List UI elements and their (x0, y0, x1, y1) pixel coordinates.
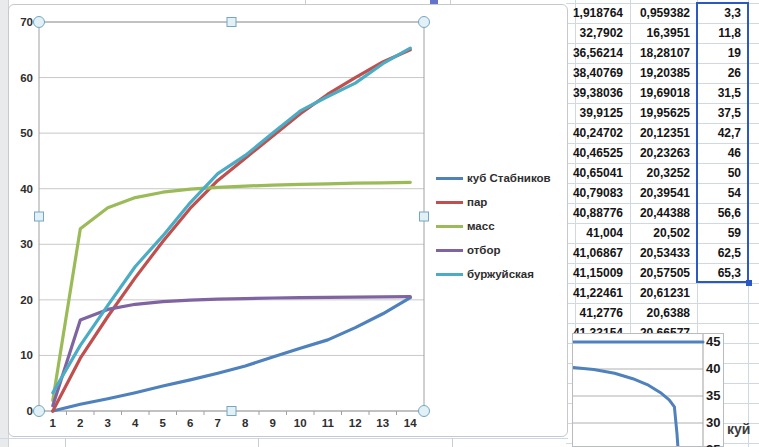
sheet-cell[interactable]: 19,69018 (630, 83, 694, 103)
x-axis-label: 13 (376, 417, 389, 429)
x-axis-label: 9 (270, 417, 276, 429)
secondary-y-axis-label: 35 (706, 388, 736, 403)
secondary-y-axis-label: 40 (706, 361, 736, 376)
series-line-3[interactable] (53, 297, 411, 406)
y-axis-label: 60 (20, 72, 33, 84)
sheet-cell[interactable]: 18,28107 (630, 43, 694, 63)
legend-swatch-icon (436, 249, 463, 252)
x-axis-label: 1 (50, 417, 57, 429)
column-gridline (258, 438, 259, 447)
secondary-chart[interactable] (572, 333, 724, 447)
sheet-cell[interactable]: 19,20385 (630, 63, 694, 83)
range-fill-handle[interactable] (746, 280, 752, 286)
x-axis-label: 4 (132, 417, 139, 429)
secondary-y-axis-label: 45 (706, 334, 736, 349)
x-axis-label: 11 (322, 417, 335, 429)
legend-label: куб Стабников (467, 172, 551, 184)
legend-swatch-icon (436, 273, 463, 276)
legend-label: пар (467, 196, 487, 208)
y-axis-label: 70 (20, 16, 33, 28)
x-axis-label: 10 (294, 417, 307, 429)
selection-edge-handle[interactable] (227, 18, 236, 27)
legend-swatch-icon (436, 201, 463, 204)
legend-item-mass[interactable]: масс (436, 214, 566, 238)
sheet-cell[interactable]: 16,3951 (630, 23, 694, 43)
x-axis-label: 6 (187, 417, 193, 429)
sheet-cell[interactable]: 20,502 (630, 223, 694, 243)
clipped-legend-fragment: куй (727, 421, 750, 437)
sheet-cell[interactable]: 20,57505 (630, 263, 694, 283)
series-line-0[interactable] (53, 298, 411, 411)
y-axis-label: 0 (27, 405, 33, 417)
legend-label: отбор (467, 244, 501, 256)
main-chart[interactable]: 7060504030201001234567891011121314 куб С… (8, 4, 568, 437)
series-line-1[interactable] (573, 367, 680, 446)
x-axis-label: 7 (215, 417, 221, 429)
selection-corner-handle[interactable] (419, 406, 430, 417)
excel-workspace: 1,91876432,790236,5621438,4076939,380363… (0, 0, 759, 447)
chart-legend: куб Стабников пар масс отбор буржуйская (436, 166, 566, 286)
column-gridline (65, 438, 66, 447)
x-axis-label: 12 (349, 417, 362, 429)
selection-edge-handle[interactable] (35, 212, 44, 221)
sheet-cell[interactable]: 20,6388 (630, 303, 694, 323)
selection-corner-handle[interactable] (34, 17, 45, 28)
legend-label: буржуйская (467, 268, 534, 280)
y-axis-label: 40 (20, 183, 33, 195)
legend-label: масс (467, 220, 495, 232)
sheet-cell[interactable]: 20,23263 (630, 143, 694, 163)
legend-item-kub-stabnikov[interactable]: куб Стабников (436, 166, 566, 190)
sheet-cell[interactable]: 20,61231 (630, 283, 694, 303)
selection-corner-handle[interactable] (419, 17, 430, 28)
legend-item-otbor[interactable]: отбор (436, 238, 566, 262)
y-axis-label: 50 (20, 127, 33, 139)
sheet-cell[interactable]: 20,53433 (630, 243, 694, 263)
x-axis-label: 14 (404, 417, 417, 429)
x-axis-label: 8 (242, 417, 249, 429)
legend-swatch-icon (436, 177, 463, 180)
sheet-cell[interactable]: 20,44388 (630, 203, 694, 223)
y-axis-label: 30 (20, 238, 33, 250)
source-range-highlight (696, 2, 749, 283)
series-line-1[interactable] (53, 50, 411, 411)
x-axis-label: 5 (160, 417, 167, 429)
series-line-4[interactable] (53, 48, 411, 393)
sheet-cell[interactable]: 20,12351 (630, 123, 694, 143)
x-axis-label: 2 (77, 417, 83, 429)
selection-corner-handle[interactable] (34, 406, 45, 417)
sheet-cell[interactable]: 20,3252 (630, 163, 694, 183)
row-gridline (0, 438, 568, 439)
legend-item-par[interactable]: пар (436, 190, 566, 214)
secondary-y-axis-label: 25 (706, 442, 736, 447)
x-axis-label: 3 (105, 417, 111, 429)
secondary-chart-plot (573, 334, 723, 446)
y-axis-label: 20 (20, 294, 33, 306)
series-line-2[interactable] (53, 182, 411, 400)
selection-edge-handle[interactable] (227, 407, 236, 416)
legend-item-burzhuyskaya[interactable]: буржуйская (436, 262, 566, 286)
sheet-cell[interactable]: 0,959382 (630, 3, 694, 23)
sheet-cell[interactable]: 20,39541 (630, 183, 694, 203)
sheet-cell[interactable]: 19,95625 (630, 103, 694, 123)
selection-edge-handle[interactable] (420, 212, 429, 221)
legend-swatch-icon (436, 225, 463, 228)
y-axis-label: 10 (20, 349, 33, 361)
column-gridline (452, 438, 453, 447)
